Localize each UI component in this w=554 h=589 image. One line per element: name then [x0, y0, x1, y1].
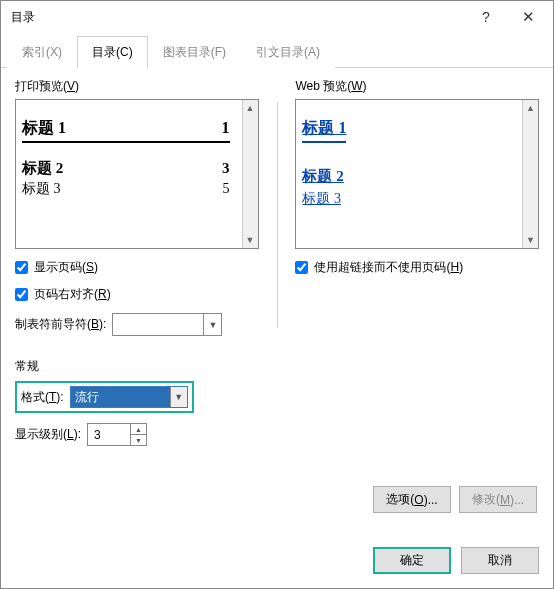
- footer: 确定 取消: [1, 537, 553, 588]
- scrollbar[interactable]: ▲ ▼: [242, 100, 258, 248]
- options-button[interactable]: 选项(O)...: [373, 486, 451, 513]
- tab-figures[interactable]: 图表目录(F): [148, 36, 241, 68]
- levels-spinner[interactable]: 3 ▲ ▼: [87, 423, 147, 446]
- print-preview-column: 打印预览(V) 标题 1 1 标题 2 3 标题 3: [15, 78, 269, 336]
- dialog-title: 目录: [11, 9, 35, 26]
- show-page-numbers-checkbox[interactable]: [15, 261, 28, 274]
- scroll-down-icon[interactable]: ▼: [243, 232, 258, 248]
- print-preview-label: 打印预览(V): [15, 78, 259, 95]
- preview-item: 标题 2 3: [22, 159, 230, 178]
- ok-button[interactable]: 确定: [373, 547, 451, 574]
- format-select[interactable]: 流行 ▼: [70, 386, 188, 408]
- column-divider: [277, 102, 278, 328]
- tab-bar: 索引(X) 目录(C) 图表目录(F) 引文目录(A): [1, 35, 553, 68]
- scroll-down-icon[interactable]: ▼: [523, 232, 538, 248]
- cancel-button[interactable]: 取消: [461, 547, 539, 574]
- general-section: 常规 格式(T): 流行 ▼ 显示级别(L): 3 ▲ ▼: [15, 358, 539, 446]
- web-preview-label: Web 预览(W): [295, 78, 539, 95]
- close-button[interactable]: ✕: [507, 3, 549, 31]
- general-label: 常规: [15, 358, 539, 375]
- dialog-window: 目录 ? ✕ 索引(X) 目录(C) 图表目录(F) 引文目录(A) 打印预览(…: [0, 0, 554, 589]
- help-button[interactable]: ?: [465, 3, 507, 31]
- titlebar: 目录 ? ✕: [1, 1, 553, 33]
- chevron-down-icon: ▼: [203, 314, 221, 335]
- levels-row: 显示级别(L): 3 ▲ ▼: [15, 423, 539, 446]
- scroll-up-icon[interactable]: ▲: [523, 100, 538, 116]
- format-row: 格式(T): 流行 ▼: [15, 381, 194, 413]
- leader-select[interactable]: ▼: [112, 313, 222, 336]
- spinner-up-icon[interactable]: ▲: [131, 424, 146, 435]
- content-area: 打印预览(V) 标题 1 1 标题 2 3 标题 3: [1, 68, 553, 537]
- tab-authorities[interactable]: 引文目录(A): [241, 36, 335, 68]
- scrollbar[interactable]: ▲ ▼: [522, 100, 538, 248]
- mid-buttons: 选项(O)... 修改(M)...: [15, 486, 539, 513]
- web-preview-box: 标题 1 标题 2 标题 3 ▲ ▼: [295, 99, 539, 249]
- scroll-up-icon[interactable]: ▲: [243, 100, 258, 116]
- hyperlinks-checkbox[interactable]: [295, 261, 308, 274]
- tab-toc[interactable]: 目录(C): [77, 36, 148, 68]
- preview-item: 标题 3: [302, 190, 510, 208]
- chevron-down-icon: ▼: [170, 387, 187, 407]
- tab-index[interactable]: 索引(X): [7, 36, 77, 68]
- leader-row: 制表符前导符(B): ▼: [15, 313, 259, 336]
- show-page-numbers-option: 显示页码(S): [15, 259, 259, 276]
- spinner-down-icon[interactable]: ▼: [131, 435, 146, 445]
- align-right-checkbox[interactable]: [15, 288, 28, 301]
- print-preview-box: 标题 1 1 标题 2 3 标题 3 5 ▲: [15, 99, 259, 249]
- preview-item: 标题 3 5: [22, 180, 230, 198]
- hyperlinks-option: 使用超链接而不使用页码(H): [295, 259, 539, 276]
- preview-item: 标题 1: [302, 118, 346, 143]
- web-preview-column: Web 预览(W) 标题 1 标题 2 标题 3 ▲ ▼: [285, 78, 539, 336]
- modify-button[interactable]: 修改(M)...: [459, 486, 537, 513]
- align-right-option: 页码右对齐(R): [15, 286, 259, 303]
- preview-item: 标题 2: [302, 167, 510, 186]
- preview-item: 标题 1 1: [22, 118, 230, 143]
